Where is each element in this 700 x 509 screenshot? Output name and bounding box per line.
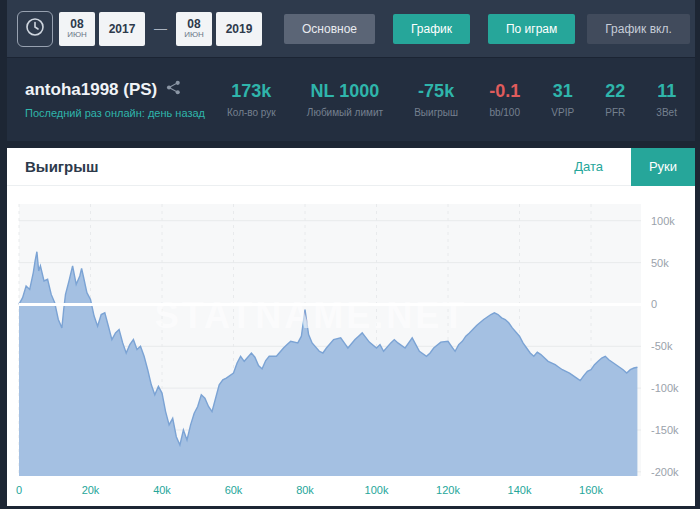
date-from-month: ИЮН [67, 30, 87, 40]
x-tick-label: 140k [508, 484, 532, 496]
y-tick-label: 100k [651, 215, 675, 227]
x-tick-label: 40k [153, 484, 171, 496]
y-tick-label: -100k [651, 382, 679, 394]
winnings-panel: Выигрыш Дата Руки STATNAME.NET100k50k0-5… [7, 148, 695, 506]
clock-button[interactable] [17, 11, 53, 47]
share-icon[interactable] [166, 80, 181, 100]
stat-value: -0.1 [489, 81, 520, 102]
stat-label: Любимый лимит [307, 107, 383, 118]
stat-item: 173kКол-во рук [227, 81, 276, 118]
page: 08 ИЮН 2017 — 08 ИЮН 2019 Основное Графи… [0, 0, 700, 509]
stat-item: 31VPIP [551, 81, 574, 118]
date-to-month: ИЮН [184, 30, 204, 40]
player-name: antoha1998 (PS) [25, 80, 157, 100]
watermark: STATNAME.NET [155, 295, 468, 336]
tab-date[interactable]: Дата [574, 159, 603, 174]
stat-value: NL 1000 [307, 81, 383, 102]
panel-title: Выигрыш [25, 158, 99, 175]
stat-label: bb/100 [489, 107, 520, 118]
topbar: 08 ИЮН 2017 — 08 ИЮН 2019 Основное Графи… [7, 0, 695, 57]
x-tick-label: 120k [436, 484, 460, 496]
date-to-day: 08 [187, 18, 200, 30]
x-tick-label: 0 [16, 484, 22, 496]
y-tick-label: -200k [651, 466, 679, 478]
stat-label: PFR [605, 107, 625, 118]
date-range-picker: 08 ИЮН 2017 — 08 ИЮН 2019 [59, 12, 262, 46]
winnings-chart: STATNAME.NET100k50k0-50k-100k-150k-200k0… [7, 194, 695, 506]
stat-label: Кол-во рук [227, 107, 276, 118]
stat-item: 113Bet [656, 81, 677, 118]
stat-item: -75kВыигрыш [414, 81, 458, 118]
stat-value: 22 [605, 81, 625, 102]
stat-item: NL 1000Любимый лимит [307, 81, 383, 118]
x-tick-label: 160k [579, 484, 603, 496]
y-tick-label: 0 [651, 298, 657, 310]
y-tick-label: -150k [651, 424, 679, 436]
x-tick-label: 80k [296, 484, 314, 496]
y-tick-label: 50k [651, 257, 669, 269]
section-divider [7, 141, 695, 148]
panel-header: Выигрыш Дата Руки [7, 148, 695, 186]
date-to-day-month[interactable]: 08 ИЮН [176, 12, 212, 46]
stat-label: VPIP [551, 107, 574, 118]
player-bar: antoha1998 (PS) Последний раз онлайн: де… [7, 57, 695, 141]
graph-on-button[interactable]: График вкл. [587, 14, 689, 44]
stat-item: -0.1bb/100 [489, 81, 520, 118]
date-from-day: 08 [70, 18, 83, 30]
last-online-status: Последний раз онлайн: день назад [25, 107, 221, 119]
graph-tab-button[interactable]: График [393, 14, 470, 44]
main-tab-button[interactable]: Основное [284, 14, 375, 44]
date-to-year[interactable]: 2019 [216, 12, 262, 46]
x-tick-label: 20k [82, 484, 100, 496]
stat-label: 3Bet [656, 107, 677, 118]
stat-value: 173k [227, 81, 276, 102]
date-range-dash: — [154, 21, 167, 36]
player-stats: 173kКол-во рукNL 1000Любимый лимит-75kВы… [221, 81, 677, 118]
stat-value: 31 [551, 81, 574, 102]
clock-icon [25, 17, 45, 40]
chart-container[interactable]: STATNAME.NET100k50k0-50k-100k-150k-200k0… [7, 186, 695, 506]
date-from-day-month[interactable]: 08 ИЮН [59, 12, 95, 46]
x-tick-label: 100k [365, 484, 389, 496]
stat-value: 11 [656, 81, 677, 102]
stat-label: Выигрыш [414, 107, 458, 118]
player-info: antoha1998 (PS) Последний раз онлайн: де… [25, 80, 221, 119]
stat-value: -75k [414, 81, 458, 102]
x-tick-label: 60k [225, 484, 243, 496]
date-from-year[interactable]: 2017 [99, 12, 145, 46]
by-games-tab-button[interactable]: По играм [488, 14, 575, 44]
y-tick-label: -50k [651, 340, 673, 352]
tab-hands[interactable]: Руки [631, 148, 695, 186]
stat-item: 22PFR [605, 81, 625, 118]
